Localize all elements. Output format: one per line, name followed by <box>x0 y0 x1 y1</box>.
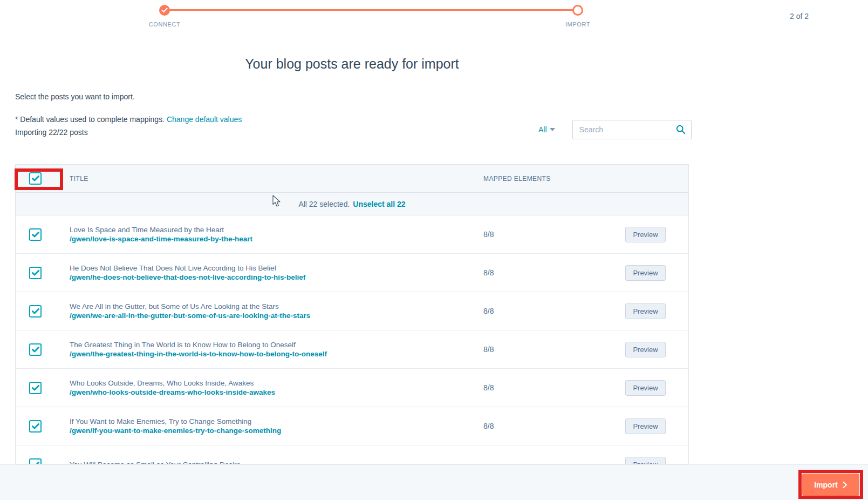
mapped-elements-count: 8/8 <box>483 345 613 354</box>
post-title: You Will Become as Small as Your Control… <box>70 460 483 465</box>
column-header-title: TITLE <box>70 175 483 183</box>
checkmark-icon <box>32 423 39 429</box>
change-default-values-link[interactable]: Change default values <box>167 115 242 124</box>
row-checkbox[interactable] <box>29 228 42 241</box>
post-url-link[interactable]: /gwen/he-does-not-believe-that-does-not-… <box>70 273 483 282</box>
table-row: The Greatest Thing in The World is to Kn… <box>16 330 688 369</box>
select-all-checkbox[interactable] <box>29 172 42 185</box>
checkmark-icon <box>32 270 39 276</box>
posts-table: TITLE MAPPED ELEMENTS All 22 selected. U… <box>15 164 689 464</box>
post-title: We Are All in the Gutter, but Some of Us… <box>70 302 483 311</box>
search-box <box>572 120 692 139</box>
row-checkbox[interactable] <box>29 420 42 433</box>
chevron-right-icon <box>843 482 848 488</box>
row-checkbox[interactable] <box>29 382 42 394</box>
step-label-import: IMPORT <box>565 21 590 28</box>
filter-bar: All <box>538 120 692 139</box>
checkmark-icon <box>32 385 39 391</box>
checkmark-icon <box>32 347 39 353</box>
mapped-elements-count: 8/8 <box>483 230 613 239</box>
preview-button[interactable]: Preview <box>625 265 666 281</box>
post-title: Love Is Space and Time Measured by the H… <box>70 225 483 234</box>
mapping-note: * Default values used to complete mappin… <box>15 115 165 124</box>
row-checkbox[interactable] <box>29 305 42 317</box>
search-icon[interactable] <box>676 125 686 134</box>
preview-button[interactable]: Preview <box>625 303 666 319</box>
post-url-link[interactable]: /gwen/we-are-all-in-the-gutter-but-some-… <box>70 311 483 320</box>
importing-count: Importing 22/22 posts <box>15 128 88 137</box>
step-progress-indicator: 2 of 2 <box>790 12 809 21</box>
blog-import-wizard-page: CONNECT IMPORT 2 of 2 Your blog posts ar… <box>0 0 868 500</box>
table-row: We Are All in the Gutter, but Some of Us… <box>16 292 688 330</box>
post-title: He Does Not Believe That Does Not Live A… <box>70 263 483 273</box>
caret-down-icon <box>550 128 555 131</box>
row-checkbox[interactable] <box>29 267 42 279</box>
mapped-elements-count: 8/8 <box>483 422 613 430</box>
search-input[interactable] <box>572 120 692 139</box>
check-icon <box>161 8 168 13</box>
preview-button[interactable]: Preview <box>625 418 666 434</box>
filter-dropdown[interactable]: All <box>538 125 555 134</box>
column-header-mapped-elements: MAPPED ELEMENTS <box>483 175 613 183</box>
import-button-label: Import <box>814 481 838 489</box>
table-row: Who Looks Outside, Dreams, Who Looks Ins… <box>16 369 688 407</box>
post-url-link[interactable]: /gwen/who-looks-outside-dreams-who-looks… <box>70 388 483 397</box>
checkmark-icon <box>32 232 39 238</box>
table-row: If You Want to Make Enemies, Try to Chan… <box>16 407 688 445</box>
table-body: Love Is Space and Time Measured by the H… <box>16 215 688 464</box>
preview-button[interactable]: Preview <box>625 342 666 357</box>
step-connect-complete-icon <box>159 5 170 16</box>
checkmark-icon <box>32 175 39 181</box>
checkmark-icon <box>32 308 39 314</box>
post-url-link[interactable]: /gwen/love-is-space-and-time-measured-by… <box>70 234 483 244</box>
table-row: Love Is Space and Time Measured by the H… <box>16 215 688 254</box>
page-title: Your blog posts are ready for import <box>15 56 689 72</box>
post-title: Who Looks Outside, Dreams, Who Looks Ins… <box>70 379 483 388</box>
table-row: He Does Not Believe That Does Not Live A… <box>16 254 688 292</box>
mapping-note-line: * Default values used to complete mappin… <box>15 115 242 124</box>
preview-button[interactable]: Preview <box>625 457 666 465</box>
table-row: You Will Become as Small as Your Control… <box>16 445 688 464</box>
unselect-all-link[interactable]: Unselect all 22 <box>353 200 405 208</box>
post-url-link[interactable]: /gwen/the-greatest-thing-in-the-world-is… <box>70 349 483 359</box>
post-url-link[interactable]: /gwen/if-you-want-to-make-enemies-try-to… <box>70 426 483 435</box>
stepper-progress-line <box>165 9 578 11</box>
preview-button[interactable]: Preview <box>625 380 666 396</box>
selection-banner: All 22 selected. Unselect all 22 <box>16 193 688 215</box>
post-title: The Greatest Thing in The World is to Kn… <box>70 340 483 349</box>
page-subtitle: Select the posts you want to import. <box>15 92 135 101</box>
mapped-elements-count: 8/8 <box>483 307 613 315</box>
selection-banner-text: All 22 selected. <box>298 200 350 208</box>
import-button[interactable]: Import <box>802 474 859 496</box>
preview-button[interactable]: Preview <box>625 227 666 242</box>
footer-action-bar <box>0 464 868 500</box>
mapped-elements-count: 8/8 <box>483 268 613 277</box>
row-checkbox[interactable] <box>29 343 42 356</box>
post-title: If You Want to Make Enemies, Try to Chan… <box>70 417 483 426</box>
filter-dropdown-label: All <box>538 125 547 134</box>
mapped-elements-count: 8/8 <box>483 383 613 392</box>
table-header-row: TITLE MAPPED ELEMENTS <box>16 165 688 193</box>
step-label-connect: CONNECT <box>149 21 181 28</box>
row-checkbox[interactable] <box>29 458 42 465</box>
step-import-circle-icon <box>572 5 583 16</box>
